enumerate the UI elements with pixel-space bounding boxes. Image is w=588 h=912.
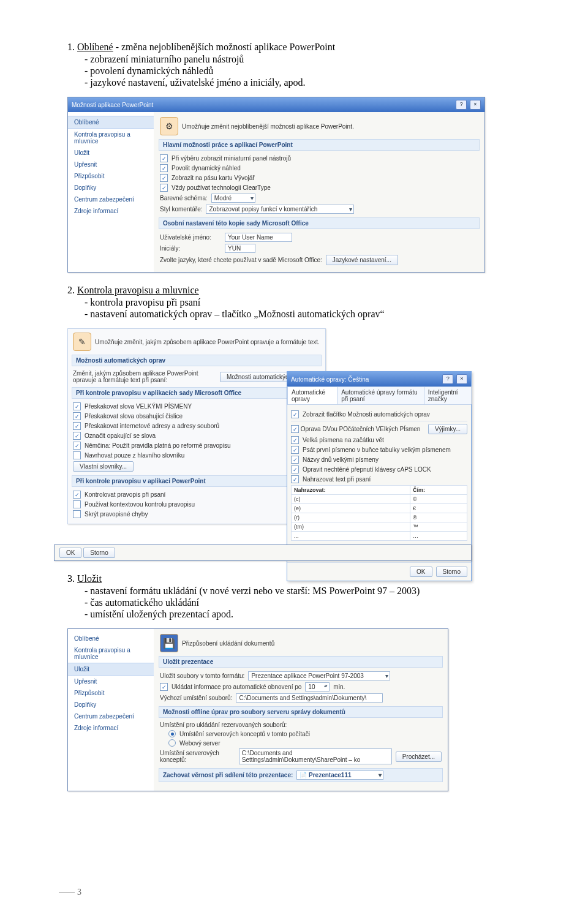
save-h2: Možnosti offline úprav pro soubory serve… [159,706,443,718]
sec2-b1: - kontrola pravopisu při psaní [85,297,533,308]
cb-sentcaps[interactable] [291,436,299,444]
ac-tab1[interactable]: Automatické opravy [287,386,337,404]
sidebar-item-oblibene[interactable]: Oblíbené [68,116,154,129]
init-input[interactable]: YUN [225,244,255,253]
radio-webserver[interactable] [168,739,176,747]
replace-table: Nahrazovat:Čím: (c)© (e)€ (r)® (tm)™ ...… [291,485,467,541]
tip-label: Styl komentáře: [160,206,202,213]
s3-sb-zdroje[interactable]: Zdroje informací [68,722,154,734]
exceptions-button[interactable]: Výjimky... [428,424,467,434]
sec3-b1: - nastavení formátu ukládání (v nové ver… [85,586,533,597]
checkbox-minipanel[interactable] [160,154,168,162]
proof-cancel-button[interactable]: Storno [83,548,115,558]
cb-initcaps-label: Oprava DVou POčátečních VElkých PÍsmen [301,426,421,432]
cb-german-label: Němčina: Použít pravidla platná po refor… [85,442,230,449]
sidebar-item-zdroje[interactable]: Zdroje informací [68,205,154,217]
lang-button[interactable]: Jazykové nastavení... [326,255,398,265]
s3-sb-oblibene[interactable]: Oblíbené [68,633,154,644]
checkbox-cleartype[interactable] [160,184,168,192]
help-icon[interactable]: ? [442,374,453,384]
sec3-bullets: - nastavení formátu ukládání (v nové ver… [85,586,533,620]
dialog-title: Možnosti aplikace PowerPoint [72,102,153,108]
presentation-name: Prezentace111 [309,772,352,778]
cb-numbers-label: Přeskakovat slova obsahující číslice [85,413,183,420]
tip-dropdown[interactable]: Zobrazovat popisy funkcí v komentářích [206,205,354,214]
cb3-label: Zobrazit na pásu kartu Vývojář [172,175,255,181]
help-icon[interactable]: ? [456,100,467,110]
cancel-button[interactable]: Storno [436,567,467,577]
s3-sb-centrum[interactable]: Centrum zabezpečení [68,710,154,722]
close-icon[interactable]: × [470,100,481,110]
cb-spellcheck[interactable] [73,491,81,499]
s3-sb-pravopis[interactable]: Kontrola pravopisu a mluvnice [68,644,154,663]
cb-tablecaps[interactable] [291,446,299,454]
close-icon[interactable]: × [456,374,467,384]
cb-repeat[interactable] [73,432,81,440]
radio-localdraft[interactable] [168,730,176,737]
cell-r1c1: € [410,504,467,513]
sidebar-item-doplnky[interactable]: Doplňky [68,182,154,194]
loc-input[interactable]: C:\Documents and Settings\admin\Dokument… [236,693,383,703]
sec1-suffix: - změna nejoblíbenějších možností aplika… [113,42,336,52]
sec3-b3: - umístění uložených prezentací apod. [85,609,533,620]
autorecover-spin[interactable]: 10 [305,682,330,692]
loc-label: Výchozí umístění souborů: [160,695,232,701]
screenshot-save-dialog: Oblíbené Kontrola pravopisu a mluvnice U… [67,628,448,791]
cb1-label: Při výběru zobrazit miniaturní panel nás… [172,155,291,162]
cb-german[interactable] [73,442,81,450]
fmt-dropdown[interactable]: Prezentace aplikace PowerPoint 97-2003 [248,671,390,680]
ac-tab3[interactable]: Inteligentní značky [424,386,472,404]
sec3-title: Uložit [77,573,102,584]
proof-ok-button[interactable]: OK [59,548,81,558]
cb-daycaps-label: Názvy dnů velkými písmeny [303,456,379,463]
cell-r2c0: (r) [292,513,410,522]
cb-hideerrors-label: Skrýt pravopisné chyby [85,511,148,518]
sec3-b2: - čas automatického ukládání [85,597,533,608]
cb-maindict[interactable] [73,451,81,459]
cb-uppercase[interactable] [73,402,81,410]
scheme-dropdown[interactable]: Modré [211,194,255,203]
browse-button[interactable]: Procházet... [396,752,442,762]
sidebar-item-pravopis[interactable]: Kontrola pravopisu a mluvnice [68,129,154,147]
cb-urls[interactable] [73,422,81,430]
checkbox-devtab[interactable] [160,174,168,182]
cb-numbers[interactable] [73,412,81,420]
th-with: Čím: [410,486,467,495]
sidebar-item-prizpusobit[interactable]: Přizpůsobit [68,170,154,182]
cb-autorecover[interactable] [160,683,168,691]
s3-sb-upresnit[interactable]: Upřesnit [68,676,154,687]
sec1-title: Oblíbené [77,42,113,52]
cb-showbtn[interactable] [291,410,299,418]
checkbox-livepreview[interactable] [160,164,168,172]
cb-hideerrors[interactable] [73,510,81,518]
s3-sb-ulozit[interactable]: Uložit [68,663,154,676]
save-icon: 💾 [160,634,178,652]
sidebar-item-upresnit[interactable]: Upřesnit [68,159,154,170]
sec2-num: 2. [67,285,77,295]
cb-uppercase-label: Přeskakovat slova VELKÝMI PÍSMENY [85,403,192,410]
screenshot-autocorrect: ✎ Umožňuje změnit, jakým způsobem aplika… [67,328,472,561]
cb-capslock[interactable] [291,465,299,473]
cb-context[interactable] [73,500,81,508]
custom-dicts-button[interactable]: Vlastní slovníky... [73,461,134,472]
s3-sb-doplnky[interactable]: Doplňky [68,699,154,710]
cb-showbtn-label: Zobrazit tlačítko Možnosti automatických… [303,411,430,418]
cb-daycaps[interactable] [291,456,299,464]
draft-input[interactable]: C:\Documents and Settings\admin\Dokument… [239,748,392,764]
ac-tab2[interactable]: Automatické úpravy formátu při psaní [337,386,424,404]
sec1-b3: - jazykové nastavení, uživatelské jméno … [85,77,533,88]
user-input[interactable]: Your User Name [225,233,292,242]
sidebar-item-ulozit[interactable]: Uložit [68,147,154,159]
cb-replace[interactable] [291,475,299,483]
ok-button[interactable]: OK [410,567,432,577]
sec1-num: 1. [67,42,77,52]
sidebar-item-centrum[interactable]: Centrum zabezpečení [68,194,154,205]
s3-sb-prizpusobit[interactable]: Přizpůsobit [68,687,154,699]
cb-urls-label: Přeskakovat internetové adresy a adresy … [85,423,219,429]
presentation-dropdown[interactable]: 📄 Prezentace111 [296,771,383,780]
proof-h2: Při kontrole pravopisu v aplikacích sady… [72,387,322,399]
cell-r0c1: © [410,495,467,504]
options-h1: Hlavní možnosti práce s aplikací PowerPo… [159,139,480,151]
cb-initcaps[interactable] [291,425,299,433]
cell-r3c0: (tm) [292,522,410,532]
